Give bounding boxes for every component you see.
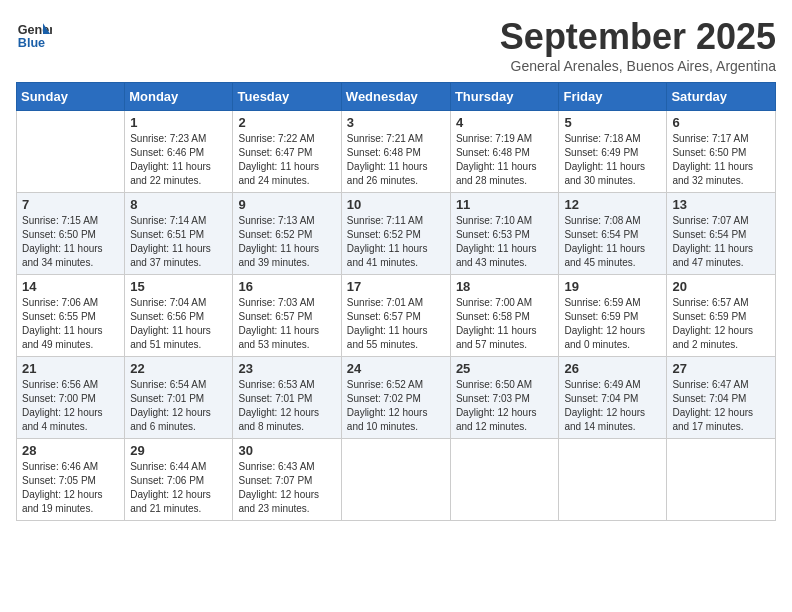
page-header: General Blue September 2025 General Aren…	[16, 16, 776, 74]
day-info: Sunrise: 6:59 AM Sunset: 6:59 PM Dayligh…	[564, 296, 661, 352]
day-info: Sunrise: 7:19 AM Sunset: 6:48 PM Dayligh…	[456, 132, 554, 188]
day-info: Sunrise: 7:04 AM Sunset: 6:56 PM Dayligh…	[130, 296, 227, 352]
calendar-cell: 23Sunrise: 6:53 AM Sunset: 7:01 PM Dayli…	[233, 357, 341, 439]
calendar-cell	[341, 439, 450, 521]
calendar-header-row: SundayMondayTuesdayWednesdayThursdayFrid…	[17, 83, 776, 111]
calendar-cell: 16Sunrise: 7:03 AM Sunset: 6:57 PM Dayli…	[233, 275, 341, 357]
day-number: 29	[130, 443, 227, 458]
calendar-table: SundayMondayTuesdayWednesdayThursdayFrid…	[16, 82, 776, 521]
column-header-tuesday: Tuesday	[233, 83, 341, 111]
day-number: 8	[130, 197, 227, 212]
day-number: 6	[672, 115, 770, 130]
day-info: Sunrise: 6:43 AM Sunset: 7:07 PM Dayligh…	[238, 460, 335, 516]
calendar-cell: 21Sunrise: 6:56 AM Sunset: 7:00 PM Dayli…	[17, 357, 125, 439]
column-header-saturday: Saturday	[667, 83, 776, 111]
month-title: September 2025	[500, 16, 776, 58]
day-info: Sunrise: 6:49 AM Sunset: 7:04 PM Dayligh…	[564, 378, 661, 434]
day-number: 7	[22, 197, 119, 212]
day-number: 30	[238, 443, 335, 458]
calendar-cell: 7Sunrise: 7:15 AM Sunset: 6:50 PM Daylig…	[17, 193, 125, 275]
day-info: Sunrise: 7:00 AM Sunset: 6:58 PM Dayligh…	[456, 296, 554, 352]
location-subtitle: General Arenales, Buenos Aires, Argentin…	[500, 58, 776, 74]
calendar-cell: 18Sunrise: 7:00 AM Sunset: 6:58 PM Dayli…	[450, 275, 559, 357]
day-info: Sunrise: 7:14 AM Sunset: 6:51 PM Dayligh…	[130, 214, 227, 270]
calendar-cell: 20Sunrise: 6:57 AM Sunset: 6:59 PM Dayli…	[667, 275, 776, 357]
calendar-cell: 26Sunrise: 6:49 AM Sunset: 7:04 PM Dayli…	[559, 357, 667, 439]
day-number: 3	[347, 115, 445, 130]
calendar-cell	[667, 439, 776, 521]
title-block: September 2025 General Arenales, Buenos …	[500, 16, 776, 74]
day-info: Sunrise: 7:11 AM Sunset: 6:52 PM Dayligh…	[347, 214, 445, 270]
day-number: 1	[130, 115, 227, 130]
calendar-week-row: 28Sunrise: 6:46 AM Sunset: 7:05 PM Dayli…	[17, 439, 776, 521]
day-info: Sunrise: 7:10 AM Sunset: 6:53 PM Dayligh…	[456, 214, 554, 270]
calendar-cell: 4Sunrise: 7:19 AM Sunset: 6:48 PM Daylig…	[450, 111, 559, 193]
day-number: 18	[456, 279, 554, 294]
day-info: Sunrise: 7:01 AM Sunset: 6:57 PM Dayligh…	[347, 296, 445, 352]
day-number: 22	[130, 361, 227, 376]
column-header-thursday: Thursday	[450, 83, 559, 111]
day-number: 25	[456, 361, 554, 376]
day-number: 5	[564, 115, 661, 130]
day-number: 14	[22, 279, 119, 294]
logo-icon: General Blue	[16, 16, 52, 52]
day-info: Sunrise: 7:13 AM Sunset: 6:52 PM Dayligh…	[238, 214, 335, 270]
logo: General Blue	[16, 16, 52, 52]
calendar-cell	[559, 439, 667, 521]
day-number: 20	[672, 279, 770, 294]
calendar-cell: 28Sunrise: 6:46 AM Sunset: 7:05 PM Dayli…	[17, 439, 125, 521]
day-info: Sunrise: 6:53 AM Sunset: 7:01 PM Dayligh…	[238, 378, 335, 434]
day-info: Sunrise: 7:23 AM Sunset: 6:46 PM Dayligh…	[130, 132, 227, 188]
calendar-cell: 14Sunrise: 7:06 AM Sunset: 6:55 PM Dayli…	[17, 275, 125, 357]
day-info: Sunrise: 6:52 AM Sunset: 7:02 PM Dayligh…	[347, 378, 445, 434]
calendar-cell: 6Sunrise: 7:17 AM Sunset: 6:50 PM Daylig…	[667, 111, 776, 193]
calendar-week-row: 14Sunrise: 7:06 AM Sunset: 6:55 PM Dayli…	[17, 275, 776, 357]
column-header-monday: Monday	[125, 83, 233, 111]
day-info: Sunrise: 7:06 AM Sunset: 6:55 PM Dayligh…	[22, 296, 119, 352]
day-number: 17	[347, 279, 445, 294]
day-number: 27	[672, 361, 770, 376]
day-number: 9	[238, 197, 335, 212]
column-header-wednesday: Wednesday	[341, 83, 450, 111]
day-number: 16	[238, 279, 335, 294]
day-info: Sunrise: 6:46 AM Sunset: 7:05 PM Dayligh…	[22, 460, 119, 516]
calendar-week-row: 21Sunrise: 6:56 AM Sunset: 7:00 PM Dayli…	[17, 357, 776, 439]
day-number: 15	[130, 279, 227, 294]
day-number: 24	[347, 361, 445, 376]
day-info: Sunrise: 7:17 AM Sunset: 6:50 PM Dayligh…	[672, 132, 770, 188]
day-info: Sunrise: 7:21 AM Sunset: 6:48 PM Dayligh…	[347, 132, 445, 188]
day-number: 12	[564, 197, 661, 212]
calendar-cell: 9Sunrise: 7:13 AM Sunset: 6:52 PM Daylig…	[233, 193, 341, 275]
calendar-week-row: 7Sunrise: 7:15 AM Sunset: 6:50 PM Daylig…	[17, 193, 776, 275]
day-number: 10	[347, 197, 445, 212]
day-info: Sunrise: 6:47 AM Sunset: 7:04 PM Dayligh…	[672, 378, 770, 434]
calendar-cell: 5Sunrise: 7:18 AM Sunset: 6:49 PM Daylig…	[559, 111, 667, 193]
calendar-cell: 25Sunrise: 6:50 AM Sunset: 7:03 PM Dayli…	[450, 357, 559, 439]
day-info: Sunrise: 7:15 AM Sunset: 6:50 PM Dayligh…	[22, 214, 119, 270]
day-info: Sunrise: 7:07 AM Sunset: 6:54 PM Dayligh…	[672, 214, 770, 270]
day-number: 23	[238, 361, 335, 376]
calendar-cell	[450, 439, 559, 521]
calendar-cell: 1Sunrise: 7:23 AM Sunset: 6:46 PM Daylig…	[125, 111, 233, 193]
day-info: Sunrise: 6:56 AM Sunset: 7:00 PM Dayligh…	[22, 378, 119, 434]
day-info: Sunrise: 7:18 AM Sunset: 6:49 PM Dayligh…	[564, 132, 661, 188]
calendar-cell: 19Sunrise: 6:59 AM Sunset: 6:59 PM Dayli…	[559, 275, 667, 357]
svg-text:Blue: Blue	[18, 36, 45, 50]
calendar-cell	[17, 111, 125, 193]
calendar-cell: 27Sunrise: 6:47 AM Sunset: 7:04 PM Dayli…	[667, 357, 776, 439]
calendar-cell: 3Sunrise: 7:21 AM Sunset: 6:48 PM Daylig…	[341, 111, 450, 193]
column-header-friday: Friday	[559, 83, 667, 111]
calendar-cell: 12Sunrise: 7:08 AM Sunset: 6:54 PM Dayli…	[559, 193, 667, 275]
day-number: 2	[238, 115, 335, 130]
column-header-sunday: Sunday	[17, 83, 125, 111]
calendar-cell: 24Sunrise: 6:52 AM Sunset: 7:02 PM Dayli…	[341, 357, 450, 439]
day-number: 26	[564, 361, 661, 376]
calendar-cell: 13Sunrise: 7:07 AM Sunset: 6:54 PM Dayli…	[667, 193, 776, 275]
calendar-cell: 8Sunrise: 7:14 AM Sunset: 6:51 PM Daylig…	[125, 193, 233, 275]
calendar-cell: 15Sunrise: 7:04 AM Sunset: 6:56 PM Dayli…	[125, 275, 233, 357]
calendar-cell: 2Sunrise: 7:22 AM Sunset: 6:47 PM Daylig…	[233, 111, 341, 193]
calendar-cell: 22Sunrise: 6:54 AM Sunset: 7:01 PM Dayli…	[125, 357, 233, 439]
day-number: 19	[564, 279, 661, 294]
day-number: 11	[456, 197, 554, 212]
day-info: Sunrise: 6:44 AM Sunset: 7:06 PM Dayligh…	[130, 460, 227, 516]
